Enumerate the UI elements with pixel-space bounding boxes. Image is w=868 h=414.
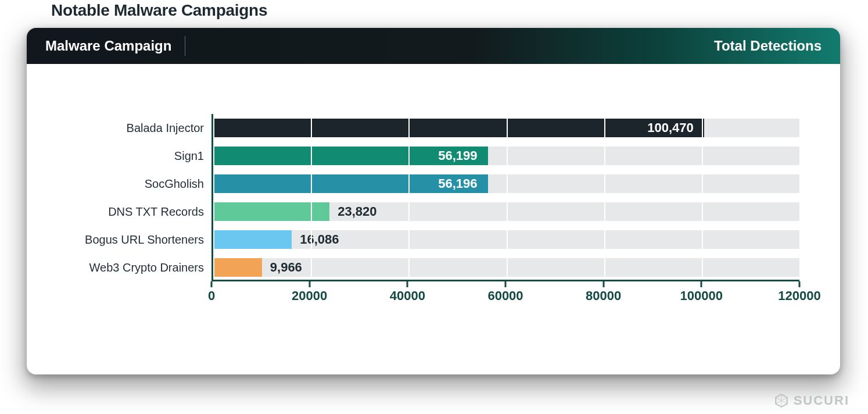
x-tick-label: 80000 <box>586 288 621 304</box>
grid-line <box>604 114 605 280</box>
chart-area: Balada Injector100,470Sign156,199SocGhol… <box>27 86 840 374</box>
header-left: Malware Campaign <box>45 28 185 64</box>
category-label: Bogus URL Shorteners <box>85 233 204 247</box>
x-tick-mark <box>602 281 604 287</box>
x-tick-label: 40000 <box>390 288 425 304</box>
grid-line <box>311 114 312 280</box>
category-label: Sign1 <box>174 149 204 163</box>
bar: 56,196 <box>213 174 488 193</box>
x-tick-label: 0 <box>208 288 215 304</box>
grid-line <box>213 114 214 280</box>
grid-line <box>507 114 508 280</box>
bar-value: 100,470 <box>647 120 694 135</box>
category-label: Balada Injector <box>127 122 204 135</box>
x-axis: 020000400006000080000100000120000 <box>211 281 799 305</box>
bar: 16,086 <box>213 230 292 249</box>
watermark: SUCURI <box>774 393 849 408</box>
bar-value: 16,086 <box>300 232 339 247</box>
grid-line <box>702 114 703 280</box>
x-tick-label: 60000 <box>487 288 523 304</box>
x-tick-mark <box>211 281 213 287</box>
category-label: SocGholish <box>145 177 204 191</box>
x-tick-mark <box>309 281 310 287</box>
category-label: Web3 Crypto Drainers <box>89 261 204 274</box>
bar-value: 23,820 <box>338 204 376 219</box>
grid-line <box>799 114 801 280</box>
bar-value: 9,966 <box>270 260 302 275</box>
chart-wrap: Balada Injector100,470Sign156,199SocGhol… <box>62 114 799 281</box>
x-tick-label: 20000 <box>292 288 327 304</box>
x-tick-mark <box>407 281 408 287</box>
card-header: Malware Campaign Total Detections <box>27 28 840 64</box>
bars-container: Balada Injector100,470Sign156,199SocGhol… <box>211 114 799 281</box>
x-tick-mark <box>505 281 507 287</box>
bar-value: 56,196 <box>438 176 477 191</box>
watermark-logo-icon <box>774 393 789 408</box>
bar: 23,820 <box>213 202 329 221</box>
category-label: DNS TXT Records <box>108 205 204 219</box>
grid-line <box>408 114 410 280</box>
header-left-label: Malware Campaign <box>45 38 185 54</box>
bar: 56,199 <box>213 147 488 165</box>
x-tick-label: 120000 <box>778 288 820 304</box>
chart-card: Malware Campaign Total Detections Balada… <box>27 28 840 374</box>
bar-value: 56,199 <box>438 148 477 163</box>
watermark-text: SUCURI <box>794 393 849 408</box>
x-tick-mark <box>701 281 702 287</box>
x-tick-label: 100000 <box>680 288 723 304</box>
header-right-label: Total Detections <box>714 38 822 54</box>
x-tick-mark <box>799 281 801 287</box>
bar: 100,470 <box>213 119 704 137</box>
bar: 9,966 <box>213 258 262 277</box>
page-title: Notable Malware Campaigns <box>51 1 267 20</box>
